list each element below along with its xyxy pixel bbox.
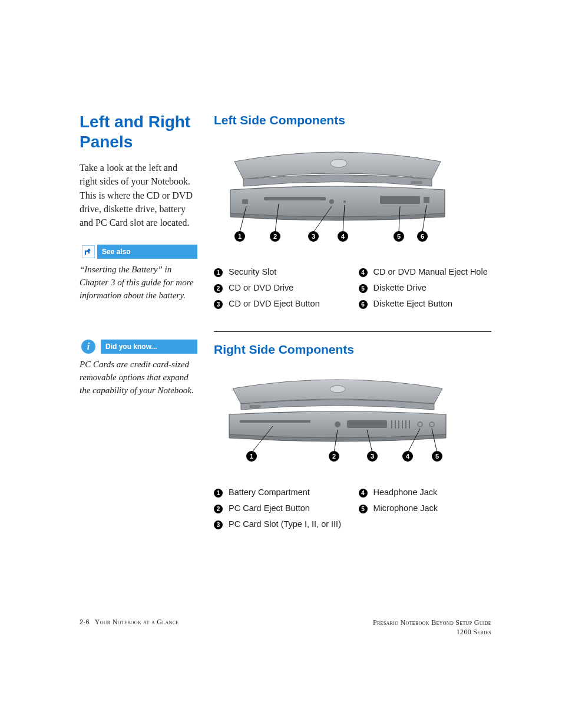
callout-marker: 2 [329,451,339,462]
callout-marker: 4 [338,231,348,242]
legend-label: Microphone Jack [373,503,438,513]
legend-label: Headphone Jack [373,487,438,497]
dyk-label: Did you know... [101,340,197,354]
legend-number-icon: 4 [359,268,368,277]
legend-label: CD or DVD Drive [229,283,293,292]
section-divider [214,331,491,332]
legend-number-icon: 5 [359,505,368,513]
svg-rect-6 [380,196,420,204]
footer-right-line1: Presario Notebook Beyond Setup Guide [373,618,491,627]
legend-item: 6Diskette Eject Button [359,299,492,309]
legend-label: CD or DVD Eject Button [229,299,320,308]
see-also-text: “Inserting the Battery” in Chapter 3 of … [80,263,197,302]
legend-item: 5Diskette Drive [359,283,492,293]
svg-rect-16 [240,420,310,423]
info-icon: i [80,340,97,354]
legend-item: 2CD or DVD Drive [214,283,347,293]
legend-number-icon: 6 [359,300,368,309]
svg-rect-8 [411,181,422,184]
legend-number-icon: 1 [214,489,223,498]
footer-right: Presario Notebook Beyond Setup Guide 120… [373,618,491,637]
legend-item: 2PC Card Eject Button [214,503,347,513]
right-side-heading: Right Side Components [214,342,491,357]
left-side-illustration: 123456 [214,138,491,253]
svg-point-5 [343,200,346,203]
legend-item: 1Security Slot [214,267,347,277]
footer-left-text: Your Notebook at a Glance [95,618,179,626]
see-also-label: See also [97,245,197,259]
legend-number-icon: 2 [214,284,223,293]
legend-label: PC Card Slot (Type I, II, or III) [229,519,341,529]
document-page: Left and Right Panels Take a look at the… [0,0,562,728]
intro-paragraph: Take a look at the left and right sides … [80,161,197,229]
svg-rect-7 [424,197,429,203]
legend-col: 1Security Slot2CD or DVD Drive3CD or DVD… [214,267,347,315]
legend-item: 3PC Card Slot (Type I, II, or III) [214,519,347,529]
legend-item: 4Headphone Jack [359,487,492,498]
legend-label: Diskette Drive [373,283,427,292]
left-side-heading: Left Side Components [214,113,491,127]
legend-col: 1Battery Compartment2PC Card Eject Butto… [214,487,347,535]
right-side-legend: 1Battery Compartment2PC Card Eject Butto… [214,487,491,535]
see-also-arrow-icon [80,245,97,259]
legend-item: 1Battery Compartment [214,487,347,498]
legend-number-icon: 5 [359,284,368,293]
svg-rect-2 [242,199,248,204]
callout-marker: 3 [367,451,378,462]
legend-label: Battery Compartment [229,487,310,497]
svg-rect-3 [264,197,326,200]
main-heading: Left and Right Panels [80,112,197,151]
see-also-bar: See also [80,245,197,259]
callout-marker: 6 [417,231,428,242]
legend-item: 4CD or DVD Manual Eject Hole [359,267,492,277]
svg-rect-27 [249,405,261,408]
dyk-text: PC Cards are credit card-sized removable… [80,358,197,397]
dyk-bar: i Did you know... [80,340,197,354]
legend-item: 3CD or DVD Eject Button [214,299,347,309]
legend-number-icon: 3 [214,300,223,309]
svg-point-15 [330,386,345,393]
legend-number-icon: 1 [214,268,223,277]
legend-item: 5Microphone Jack [359,503,492,513]
did-you-know-callout: i Did you know... PC Cards are credit ca… [80,340,197,397]
callout-marker: 3 [308,231,319,242]
right-column: Left Side Components [214,112,491,535]
callout-marker: 5 [394,231,404,242]
legend-label: CD or DVD Manual Eject Hole [373,267,488,276]
callout-marker: 2 [270,231,280,242]
legend-label: PC Card Eject Button [229,503,310,513]
footer-right-line2: 1200 Series [373,627,491,637]
two-column-layout: Left and Right Panels Take a look at the… [80,112,491,535]
callout-marker: 4 [402,451,413,462]
legend-col: 4CD or DVD Manual Eject Hole5Diskette Dr… [359,267,492,315]
svg-point-4 [329,199,334,204]
callout-marker: 1 [234,231,245,242]
legend-col: 4Headphone Jack5Microphone Jack [359,487,492,535]
see-also-callout: See also “Inserting the Battery” in Chap… [80,245,197,302]
svg-rect-18 [347,420,387,428]
left-side-legend: 1Security Slot2CD or DVD Drive3CD or DVD… [214,267,491,315]
svg-point-17 [335,421,340,427]
legend-label: Security Slot [229,267,276,276]
page-number: 2-6 [80,618,90,625]
legend-number-icon: 3 [214,521,223,529]
callout-marker: 1 [246,451,257,462]
left-column: Left and Right Panels Take a look at the… [80,112,197,535]
callout-marker: 5 [432,451,442,462]
right-side-illustration: 12345 [214,367,491,473]
svg-point-1 [330,159,347,167]
page-footer: 2-6 Your Notebook at a Glance Presario N… [80,618,491,637]
footer-left: 2-6 Your Notebook at a Glance [80,618,179,627]
legend-number-icon: 2 [214,505,223,513]
legend-label: Diskette Eject Button [373,299,453,308]
legend-number-icon: 4 [359,489,368,498]
